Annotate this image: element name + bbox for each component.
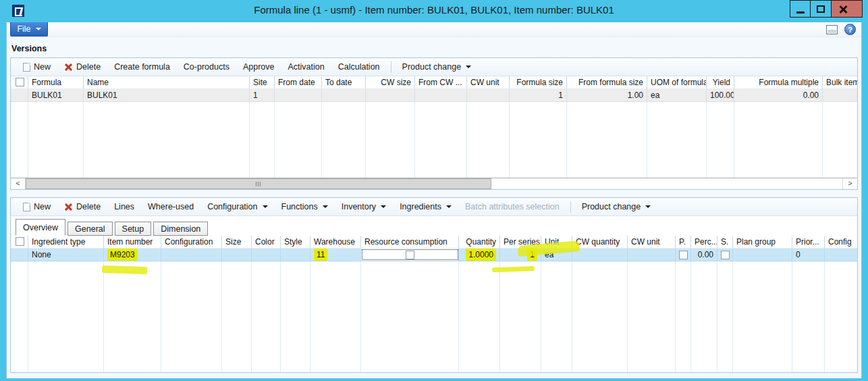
lines-grid-cell-p[interactable]	[676, 249, 691, 261]
versions-toolbar-new[interactable]: New	[16, 60, 57, 74]
versions-grid-cell-uom-of-formula[interactable]: ea	[647, 89, 707, 101]
versions-toolbar-activation[interactable]: Activation	[281, 60, 331, 74]
close-button[interactable]	[832, 0, 863, 18]
lines-grid-col-plan-group[interactable]: Plan group	[733, 236, 792, 249]
lines-grid-cell-quantity[interactable]: 1.0000	[459, 249, 500, 261]
versions-grid-cell-formula[interactable]: BULK01	[28, 89, 84, 101]
layout-pane-icon[interactable]	[826, 25, 838, 34]
lines-grid-row[interactable]: NoneM9203111.00001ea0.000	[11, 249, 857, 261]
versions-grid-select-all-checkbox[interactable]	[16, 78, 24, 86]
versions-grid-col-formula-size[interactable]: Formula size	[510, 76, 567, 89]
help-icon[interactable]: ?	[844, 24, 856, 35]
versions-grid-col-formula-multiple[interactable]: Formula multiple	[734, 76, 823, 89]
lines-grid-col-configuration[interactable]: Configuration	[161, 236, 222, 249]
lines-grid-select-all-checkbox[interactable]	[16, 237, 24, 246]
versions-grid-cell-from-cw[interactable]	[415, 89, 467, 101]
lines-grid-col-config[interactable]: Config	[825, 236, 857, 249]
lines-grid-col-selector[interactable]	[11, 236, 28, 249]
lines-grid-p-checkbox[interactable]	[679, 251, 688, 259]
lines-grid-cell-plan-group[interactable]	[733, 249, 792, 261]
lines-grid-col-style[interactable]: Style	[281, 236, 310, 249]
versions-grid-col-site[interactable]: Site	[250, 76, 275, 89]
file-menu-button[interactable]: File	[10, 22, 48, 36]
versions-grid-cell-bulk-item[interactable]	[823, 89, 857, 101]
lines-grid-cell-resource-consumption[interactable]	[361, 249, 459, 261]
scrollbar-track[interactable]	[26, 178, 842, 189]
lines-toolbar-ingredients[interactable]: Ingredients	[393, 200, 458, 213]
lines-grid-col-per-series[interactable]: Per series	[500, 236, 541, 249]
versions-grid-cell-formula-multiple[interactable]: 0.00	[734, 89, 823, 101]
lines-toolbar-functions[interactable]: Functions	[275, 200, 335, 213]
versions-grid-cell-from-date[interactable]	[275, 89, 322, 101]
lines-grid-cell-per-series[interactable]: 1	[500, 249, 541, 261]
lines-toolbar-where-used[interactable]: Where-used	[141, 200, 200, 213]
versions-grid-col-cw-unit[interactable]: CW unit	[467, 76, 510, 89]
lines-toolbar-new[interactable]: New	[16, 200, 57, 213]
lines-grid-cell-cw-unit[interactable]	[628, 249, 676, 261]
lines-grid-col-s[interactable]: S.	[717, 236, 733, 249]
lines-toolbar-inventory[interactable]: Inventory	[335, 200, 393, 213]
minimize-button[interactable]	[790, 0, 811, 18]
scrollbar-thumb[interactable]	[26, 178, 491, 189]
lines-grid-cell-item-number[interactable]: M9203	[104, 249, 161, 261]
lines-grid-cell-configuration[interactable]	[161, 249, 222, 261]
lines-grid-cell-prior[interactable]: 0	[792, 249, 825, 261]
versions-grid-col-from-cw[interactable]: From CW ...	[415, 76, 467, 89]
versions-grid-col-from-date[interactable]: From date	[275, 76, 322, 89]
versions-grid-cell-site[interactable]: 1	[250, 89, 275, 101]
maximize-button[interactable]	[811, 0, 832, 18]
versions-grid-col-formula[interactable]: Formula	[28, 76, 84, 89]
lines-grid-col-resource-consumption[interactable]: Resource consumption	[361, 236, 459, 249]
versions-grid-col-cw-size[interactable]: CW size	[366, 76, 415, 89]
lines-grid-col-prior[interactable]: Prior...	[792, 236, 825, 249]
lines-grid-s-checkbox[interactable]	[721, 251, 730, 259]
lines-grid-cell-config[interactable]	[825, 249, 857, 261]
lines-toolbar-delete[interactable]: Delete	[57, 200, 107, 213]
scroll-left-button[interactable]: <	[11, 178, 26, 189]
lines-grid-col-unit[interactable]: Unit	[541, 236, 572, 249]
tab-general[interactable]: General	[67, 222, 112, 236]
versions-grid-col-selector[interactable]	[11, 76, 28, 89]
lines-grid-resource-consumption-checkbox[interactable]	[406, 251, 414, 259]
lines-grid-cell-perc[interactable]: 0.00	[691, 249, 717, 261]
versions-grid-cell-cw-unit[interactable]	[467, 89, 510, 101]
versions-grid-cell-name[interactable]: BULK01	[84, 89, 250, 101]
lines-grid-cell-s[interactable]	[717, 249, 733, 261]
tab-overview[interactable]: Overview	[16, 219, 65, 236]
versions-grid-col-from-formula-size[interactable]: From formula size	[567, 76, 647, 89]
versions-toolbar-product-change[interactable]: Product change	[396, 60, 479, 74]
scroll-right-button[interactable]: >	[842, 178, 857, 189]
lines-grid-col-item-number[interactable]: Item number	[104, 236, 161, 249]
versions-grid-cell-to-date[interactable]	[322, 89, 366, 101]
versions-grid-col-name[interactable]: Name	[84, 76, 250, 89]
tab-setup[interactable]: Setup	[115, 222, 152, 236]
lines-grid-col-quantity[interactable]: Quantity	[459, 236, 500, 249]
lines-grid-col-cw-quantity[interactable]: CW quantity	[572, 236, 628, 249]
versions-toolbar-delete[interactable]: Delete	[57, 60, 107, 74]
lines-grid-cell-selector[interactable]	[11, 249, 28, 261]
lines-toolbar-lines[interactable]: Lines	[107, 200, 141, 213]
tab-dimension[interactable]: Dimension	[153, 222, 208, 236]
lines-grid-col-size[interactable]: Size	[222, 236, 252, 249]
lines-grid-cell-color[interactable]	[252, 249, 281, 261]
lines-toolbar-configuration[interactable]: Configuration	[200, 200, 274, 213]
lines-grid-col-p[interactable]: P.	[676, 236, 691, 249]
lines-grid-cell-warehouse[interactable]: 11	[310, 249, 361, 261]
versions-grid-col-to-date[interactable]: To date	[322, 76, 366, 89]
lines-grid-col-warehouse[interactable]: Warehouse	[310, 236, 361, 249]
versions-toolbar-calculation[interactable]: Calculation	[331, 60, 387, 74]
lines-grid-cell-ingredient-type[interactable]: None	[28, 249, 104, 261]
versions-grid-col-uom-of-formula[interactable]: UOM of formula	[647, 76, 707, 89]
versions-toolbar-create-formula[interactable]: Create formula	[107, 60, 177, 74]
versions-toolbar-co-products[interactable]: Co-products	[177, 60, 236, 74]
versions-grid-cell-from-formula-size[interactable]: 1.00	[567, 89, 647, 101]
versions-grid-row[interactable]: BULK01BULK01111.00ea100.000.00	[11, 89, 857, 102]
lines-grid-cell-cw-quantity[interactable]	[572, 249, 628, 261]
versions-grid-cell-formula-size[interactable]: 1	[510, 89, 567, 101]
lines-grid-cell-size[interactable]	[222, 249, 252, 261]
versions-toolbar-approve[interactable]: Approve	[236, 60, 281, 74]
lines-grid-col-perc[interactable]: Perc...	[691, 236, 717, 249]
lines-grid-col-ingredient-type[interactable]: Ingredient type	[28, 236, 104, 249]
versions-grid-cell-cw-size[interactable]	[366, 89, 415, 101]
versions-grid-cell-selector[interactable]	[11, 89, 28, 101]
